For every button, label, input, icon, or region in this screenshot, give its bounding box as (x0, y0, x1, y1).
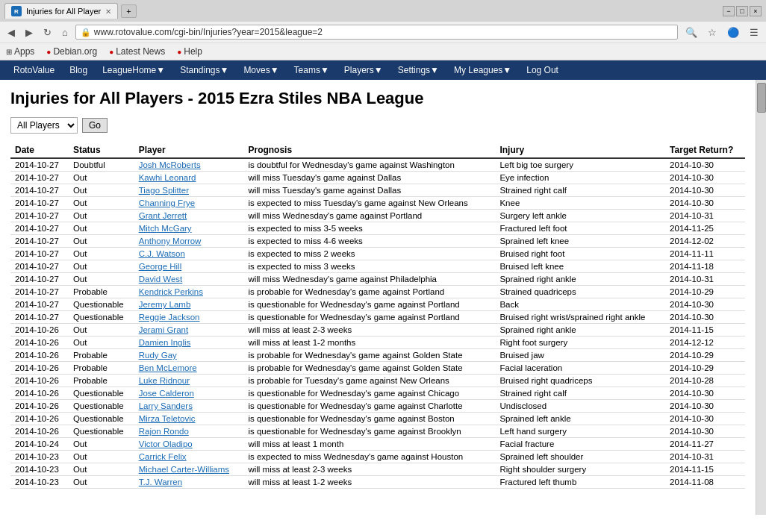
table-row: 2014-10-27OutTiago Splitterwill miss Tue… (10, 184, 745, 197)
player-link[interactable]: Jose Calderon (139, 389, 194, 398)
cell-player[interactable]: Rudy Gay (134, 349, 244, 362)
extension-button[interactable]: 🔵 (724, 25, 742, 40)
cell-player[interactable]: Mitch McGary (134, 222, 244, 235)
cell-player[interactable]: Michael Carter-Williams (134, 463, 244, 476)
cell-player[interactable]: Mirza Teletovic (134, 413, 244, 425)
player-link[interactable]: Kendrick Perkins (139, 287, 203, 296)
cell-player[interactable]: Victor Oladipo (134, 438, 244, 451)
tab-favicon: R (11, 6, 22, 16)
bookmark-latest-news[interactable]: ● Latest News (109, 46, 165, 57)
player-link[interactable]: Ben McLemore (139, 363, 197, 372)
back-button[interactable]: ◀ (4, 25, 18, 40)
player-link[interactable]: Damien Inglis (139, 338, 191, 347)
filter-bar: All Players My Players Go (10, 117, 745, 134)
table-row: 2014-10-23OutMichael Carter-Williamswill… (10, 463, 745, 476)
player-link[interactable]: Anthony Morrow (139, 237, 202, 245)
cell-player[interactable]: Jerami Grant (134, 324, 244, 337)
cell-player[interactable]: Jeremy Lamb (134, 298, 244, 311)
bookmark-help[interactable]: ● Help (177, 46, 202, 57)
cell-player[interactable]: Luke Ridnour (134, 375, 244, 387)
cell-injury: Left hand surgery (495, 425, 665, 438)
player-link[interactable]: Tiago Splitter (139, 186, 189, 195)
go-button[interactable]: Go (82, 118, 108, 133)
player-link[interactable]: Jeremy Lamb (139, 300, 191, 309)
player-link[interactable]: Luke Ridnour (139, 376, 190, 385)
cell-player[interactable]: Josh McRoberts (134, 158, 244, 172)
cell-player[interactable]: David West (134, 273, 244, 286)
player-link[interactable]: David West (139, 275, 183, 284)
nav-log-out[interactable]: Log Out (519, 60, 566, 80)
player-link[interactable]: Rudy Gay (139, 351, 177, 360)
cell-player[interactable]: Kendrick Perkins (134, 286, 244, 298)
cell-player[interactable]: Jose Calderon (134, 387, 244, 400)
nav-league-home[interactable]: LeagueHome▼ (95, 60, 172, 80)
player-link[interactable]: Grant Jerrett (139, 211, 187, 220)
maximize-button[interactable]: □ (736, 6, 748, 16)
address-bar[interactable]: 🔒 www.rotovalue.com/cgi-bin/Injuries?yea… (75, 25, 678, 40)
browser-tab[interactable]: R Injuries for All Player ✕ (4, 3, 118, 19)
nav-blog[interactable]: Blog (62, 60, 95, 80)
search-button[interactable]: 🔍 (682, 25, 700, 40)
cell-player[interactable]: Rajon Rondo (134, 425, 244, 438)
minimize-button[interactable]: − (723, 6, 735, 16)
player-link[interactable]: Josh McRoberts (139, 160, 201, 169)
scrollable-content[interactable]: Injuries for All Players - 2015 Ezra Sti… (0, 80, 756, 515)
player-link[interactable]: Reggie Jackson (139, 313, 200, 322)
cell-player[interactable]: C.J. Watson (134, 248, 244, 260)
player-link[interactable]: Rajon Rondo (139, 427, 189, 436)
reload-button[interactable]: ↻ (40, 25, 55, 40)
player-link[interactable]: George Hill (139, 262, 182, 271)
nav-moves[interactable]: Moves▼ (236, 60, 286, 80)
cell-prognosis: will miss Tuesday's game against Dallas (243, 172, 495, 184)
cell-player[interactable]: T.J. Warren (134, 476, 244, 489)
player-link[interactable]: Kawhi Leonard (139, 173, 196, 182)
scrollbar-track[interactable] (756, 80, 766, 515)
close-button[interactable]: × (750, 6, 762, 16)
player-link[interactable]: T.J. Warren (139, 478, 182, 486)
cell-player[interactable]: Larry Sanders (134, 400, 244, 413)
cell-prognosis: is expected to miss 2 weeks (243, 248, 495, 260)
new-tab-button[interactable]: + (121, 4, 136, 18)
nav-standings[interactable]: Standings▼ (172, 60, 236, 80)
cell-date: 2014-10-26 (10, 425, 69, 438)
player-link[interactable]: Jerami Grant (139, 325, 188, 334)
player-link[interactable]: Mitch McGary (139, 224, 192, 233)
cell-player[interactable]: George Hill (134, 260, 244, 273)
tab-close-btn[interactable]: ✕ (105, 7, 111, 16)
cell-date: 2014-10-27 (10, 273, 69, 286)
bookmark-button[interactable]: ☆ (705, 25, 720, 40)
player-link[interactable]: Channing Frye (139, 198, 195, 207)
nav-my-leagues[interactable]: My Leagues▼ (446, 60, 519, 80)
nav-rotovalue[interactable]: RotoValue (6, 60, 62, 80)
scrollbar-thumb[interactable] (757, 83, 766, 113)
cell-player[interactable]: Ben McLemore (134, 362, 244, 375)
nav-players[interactable]: Players▼ (337, 60, 390, 80)
player-link[interactable]: Larry Sanders (139, 401, 193, 410)
table-row: 2014-10-27OutC.J. Watsonis expected to m… (10, 248, 745, 260)
forward-button[interactable]: ▶ (22, 25, 36, 40)
player-link[interactable]: C.J. Watson (139, 249, 185, 258)
cell-player[interactable]: Kawhi Leonard (134, 172, 244, 184)
home-button[interactable]: ⌂ (59, 25, 71, 40)
cell-injury: Facial fracture (495, 438, 665, 451)
menu-button[interactable]: ☰ (747, 25, 762, 40)
url-text: www.rotovalue.com/cgi-bin/Injuries?year=… (94, 27, 323, 37)
nav-teams[interactable]: Teams▼ (287, 60, 337, 80)
cell-player[interactable]: Damien Inglis (134, 337, 244, 349)
player-link[interactable]: Michael Carter-Williams (139, 465, 229, 474)
player-link[interactable]: Mirza Teletovic (139, 414, 196, 423)
nav-settings[interactable]: Settings▼ (390, 60, 446, 80)
player-filter-select[interactable]: All Players My Players (10, 117, 78, 134)
cell-player[interactable]: Reggie Jackson (134, 311, 244, 324)
cell-target: 2014-12-12 (665, 337, 745, 349)
cell-date: 2014-10-27 (10, 286, 69, 298)
bookmark-apps[interactable]: ⊞ Apps (6, 46, 34, 57)
cell-player[interactable]: Grant Jerrett (134, 210, 244, 222)
bookmark-debian[interactable]: ● Debian.org (46, 46, 97, 57)
cell-player[interactable]: Tiago Splitter (134, 184, 244, 197)
cell-player[interactable]: Channing Frye (134, 197, 244, 210)
player-link[interactable]: Carrick Felix (139, 452, 187, 461)
cell-player[interactable]: Carrick Felix (134, 451, 244, 463)
player-link[interactable]: Victor Oladipo (139, 439, 193, 448)
cell-player[interactable]: Anthony Morrow (134, 235, 244, 248)
